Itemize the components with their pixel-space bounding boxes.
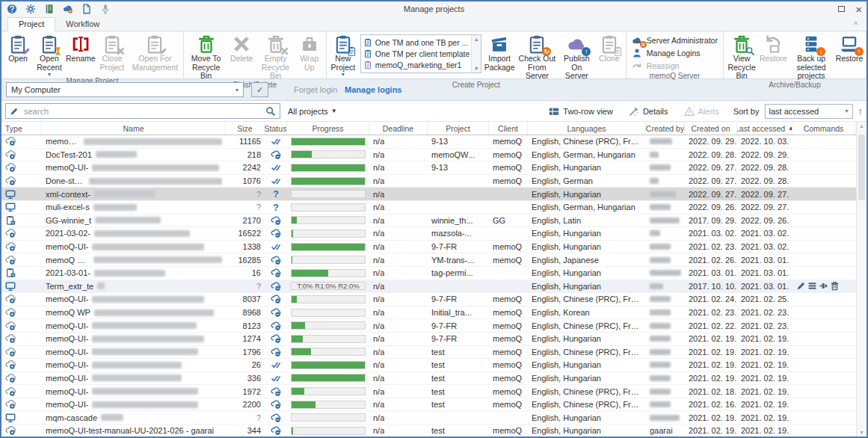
- new-project-label: New Project: [330, 55, 355, 72]
- wrap-up-button[interactable]: Wrap Up: [295, 32, 324, 72]
- connect-server-button[interactable]: ✓: [251, 82, 268, 97]
- project-row[interactable]: memoQ-UI-test-manual-UU-2021-026 - gaara…: [1, 425, 856, 437]
- server-selector[interactable]: My Computer ▾: [6, 82, 244, 97]
- close-button[interactable]: ×: [855, 4, 862, 14]
- connect-icon[interactable]: [819, 281, 828, 291]
- server-administrator-button[interactable]: ⚙Server Administrator: [628, 34, 721, 46]
- restore-button[interactable]: ↑Restore: [834, 32, 864, 64]
- manage-logins-link[interactable]: Manage logins: [345, 85, 401, 94]
- vertical-scrollbar[interactable]: ▲ ▼: [856, 122, 867, 437]
- project-row[interactable]: memoQ-UI-8123n/a9-7-FRmemoQEnglish, Chin…: [1, 319, 856, 333]
- search-icon[interactable]: [265, 106, 276, 117]
- delete-button[interactable]: Delete: [227, 32, 256, 64]
- options-gear-icon[interactable]: [25, 4, 36, 15]
- delete-icon[interactable]: [830, 281, 840, 291]
- column-header-commands[interactable]: Commands: [792, 122, 855, 135]
- status-cloud-sync-icon: [271, 347, 281, 357]
- reassign-button[interactable]: Reassign: [628, 59, 721, 72]
- manage-logins-button[interactable]: Manage Logins: [628, 46, 721, 59]
- template-item[interactable]: memoQ_marketing_tier1: [363, 59, 470, 70]
- column-header-deadline[interactable]: Deadline: [369, 122, 428, 135]
- move-to-recycle-bin-button[interactable]: Move To Recycle Bin: [185, 32, 227, 81]
- server-cloud-icon[interactable]: [62, 4, 73, 15]
- project-scope-dropdown[interactable]: All projects ▼: [288, 107, 337, 116]
- project-row[interactable]: xml-context-??n/aEnglish, Hungarian2022.…: [1, 188, 856, 201]
- column-header-client[interactable]: Client: [489, 122, 528, 135]
- project-row[interactable]: Term_extr_te?T:0% R1:0% R2:0%n/aEnglish,…: [1, 280, 856, 294]
- publish-on-server-button[interactable]: ↑Publish On Server: [559, 32, 594, 81]
- scroll-up-icon[interactable]: ▲: [859, 123, 864, 129]
- restore-button[interactable]: Restore: [758, 32, 788, 64]
- scroll-up-icon[interactable]: ▲: [474, 37, 479, 42]
- template-item[interactable]: One TM per client template: [363, 48, 470, 59]
- view-recycle-bin-button[interactable]: View Recycle Bin: [725, 32, 758, 81]
- project-row[interactable]: muli-excel-s??n/aEnglish, German, Hungar…: [1, 201, 856, 215]
- scrollbar-thumb[interactable]: [858, 135, 865, 200]
- column-header-name[interactable]: Name: [42, 122, 226, 135]
- forget-login-link[interactable]: Forget login: [294, 85, 337, 94]
- column-header-size[interactable]: Size: [226, 122, 265, 135]
- project-row[interactable]: DocTest-201218n/amemoQW...memoQEnglish, …: [1, 149, 856, 162]
- scroll-down-icon[interactable]: ▼: [859, 430, 864, 435]
- project-row[interactable]: memoQ-UI-2200n/atestmemoQEnglish, Chines…: [1, 398, 856, 412]
- alerts-button[interactable]: Alerts: [684, 106, 719, 117]
- column-header-progress[interactable]: Progress: [287, 122, 369, 135]
- project-row[interactable]: memoQ-UI-1972n/atestmemoQEnglish, Chines…: [1, 385, 856, 398]
- project-row[interactable]: 2021-03-02-16522n/amazsola-...English, H…: [1, 227, 856, 241]
- project-row[interactable]: memoQ-UI-1796n/atestmemoQEnglish, Chines…: [1, 346, 856, 360]
- tab-workflow[interactable]: Workflow: [55, 18, 110, 31]
- collapse-ribbon-icon[interactable]: ^: [854, 21, 858, 29]
- project-row[interactable]: memoQ-UI-2242n/a9-13memoQEnglish, Hungar…: [1, 161, 856, 175]
- resource-console-icon[interactable]: [43, 4, 55, 15]
- project-row[interactable]: memoQ-UI-8037n/a9-7-FRmemoQEnglish, Chin…: [1, 293, 856, 306]
- project-row[interactable]: memoQ-UI-1338n/a9-7-FRmemoQEnglish, Hung…: [1, 241, 856, 254]
- help-icon[interactable]: [6, 4, 17, 15]
- column-header-created-on[interactable]: Created on: [685, 122, 737, 135]
- cell-created-by: [646, 201, 685, 214]
- two-row-view-button[interactable]: Two-row view: [549, 106, 613, 117]
- project-row[interactable]: 2021-03-01-16n/atag-permi...English, Hun…: [1, 267, 856, 280]
- check-out-from-server-button[interactable]: ↻Check Out From Server: [515, 32, 559, 81]
- edit-icon[interactable]: [796, 281, 806, 291]
- sort-direction-button[interactable]: ↑: [858, 105, 864, 117]
- project-row[interactable]: memoQ WP16285n/aYM-trans-...memoQEnglish…: [1, 253, 856, 267]
- dictate-mic-icon[interactable]: [99, 4, 111, 15]
- project-row[interactable]: memoQ WP8968n/aInitial_tra...memoQEnglis…: [1, 306, 856, 320]
- document-icon[interactable]: [81, 4, 92, 15]
- column-header-languages[interactable]: Languages: [528, 122, 646, 135]
- column-header-last-accessed[interactable]: Last accessed▲: [737, 122, 792, 135]
- tab-project[interactable]: Project: [7, 17, 55, 31]
- template-list-scrollbar[interactable]: ▲▼: [471, 35, 481, 73]
- details-button[interactable]: Details: [629, 106, 668, 117]
- template-item[interactable]: One TM and one TB per ...: [363, 37, 470, 48]
- project-row[interactable]: GG-winnie_t2170n/awinnie_th...GGEnglish,…: [1, 215, 856, 228]
- project-row[interactable]: memoQ-UI-1274n/a9-7-FRmemoQEnglish, Hung…: [1, 333, 856, 346]
- scroll-down-icon[interactable]: ▼: [474, 66, 479, 71]
- maximize-button[interactable]: [838, 4, 845, 13]
- manage-icon[interactable]: [807, 281, 817, 291]
- size-value: 1076: [243, 176, 261, 185]
- open-button[interactable]: Open: [3, 32, 33, 64]
- project-row[interactable]: Done-stagin1076n/amemoQEnglish, German20…: [1, 175, 856, 188]
- close-project-button[interactable]: Close Project: [96, 32, 129, 72]
- project-row[interactable]: memoQ-UI-336n/atestmemoQEnglish, Hungari…: [1, 372, 856, 386]
- open-recent-button[interactable]: Open Recent▾: [33, 32, 66, 77]
- project-row[interactable]: mqm-cascade?n/aEnglish, Hungarian2021. 0…: [1, 411, 856, 425]
- new-project-button[interactable]: New Project▾: [328, 32, 358, 77]
- project-row[interactable]: memoQ-UI-11165n/a9-13memoQEnglish, Chine…: [1, 135, 856, 149]
- import-package-button[interactable]: Import Package: [484, 32, 515, 72]
- sort-dropdown[interactable]: last accessed ▾: [765, 104, 853, 119]
- deadline-value: n/a: [373, 256, 384, 265]
- column-header-status[interactable]: Status: [265, 122, 287, 135]
- clone-button[interactable]: Clone: [594, 32, 624, 64]
- column-header-project[interactable]: Project: [428, 122, 489, 135]
- empty-recycle-bin-button[interactable]: Empty Recycle Bin: [256, 32, 295, 81]
- project-row[interactable]: memoQ-UI-26n/atestmemoQEnglish, Hungaria…: [1, 359, 856, 372]
- search-input[interactable]: [22, 106, 262, 117]
- back-up-selected-projects-button[interactable]: ↓Back up selected projects: [788, 32, 834, 81]
- open-for-management-button[interactable]: Open For Management: [129, 32, 182, 72]
- column-header-type[interactable]: Type: [1, 122, 42, 135]
- rename-button[interactable]: Rename: [66, 32, 96, 64]
- project-template-list[interactable]: One TM and one TB per ...One TM per clie…: [360, 34, 481, 73]
- column-header-created-by[interactable]: Created by: [646, 122, 685, 135]
